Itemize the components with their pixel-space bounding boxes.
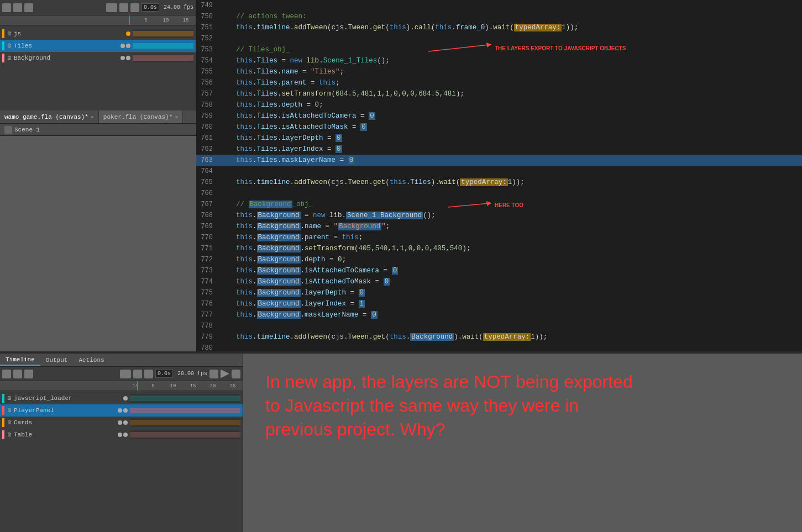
- timeline-toolbar-top: 0.0s 24.00 fps: [0, 0, 196, 15]
- layer-background[interactable]: 🗎 Background: [0, 52, 196, 64]
- layer-bg-label: Background: [14, 55, 120, 61]
- layer-cards-icon: 🗎: [7, 419, 12, 426]
- play-icon[interactable]: [221, 370, 229, 378]
- layer-bg-icon: 🗎: [7, 55, 12, 61]
- arrow-svg-1: [428, 40, 506, 57]
- folder-icon[interactable]: [13, 3, 22, 12]
- tab-bar: wamo_game.fla (Canvas)* ✕ poker.fla (Can…: [0, 110, 196, 124]
- next-frame-icon[interactable]: [232, 370, 240, 378]
- layer-js-loader[interactable]: 🗎 javscript_loader: [0, 392, 243, 404]
- big-text: In new app, the layers are NOT being exp…: [265, 370, 641, 442]
- annotation-wrapper-753: 753 // Tiles_obj_ THE LAYERS EXPORT TO J…: [196, 44, 802, 55]
- code-line-771: 771 this.Background.setTransform(405,540…: [196, 243, 802, 254]
- new-icon[interactable]: [2, 3, 11, 12]
- code-line-755: 755 this.Tiles.name = "Tiles";: [196, 66, 802, 77]
- time-display: 0.0s: [141, 3, 159, 12]
- annotation-layers-export: THE LAYERS EXPORT TO JAVASCRIPT OBJECTS: [495, 43, 626, 54]
- layer-table-dots: [118, 433, 128, 437]
- tab-output[interactable]: Output: [40, 355, 74, 365]
- timeline-panel-bottom: Timeline Output Actions 0.0s 20.00 fps: [0, 354, 243, 532]
- graph-icon-b[interactable]: [144, 370, 153, 378]
- ruler-mark-15: 15: [176, 18, 196, 23]
- layer-tiles-label: Tiles: [14, 43, 120, 49]
- layer-js[interactable]: 🗎 js: [0, 28, 196, 40]
- frame-icon-b[interactable]: [133, 370, 142, 378]
- tab-wamo[interactable]: wamo_game.fla (Canvas)* ✕: [0, 110, 99, 123]
- breadcrumb-bar: Scene 1: [0, 124, 196, 136]
- code-line-756: 756 this.Tiles.parent = this;: [196, 77, 802, 88]
- layer-player-panel[interactable]: 🗎 PlayerPanel: [0, 404, 243, 417]
- breadcrumb-scene: Scene 1: [14, 127, 40, 133]
- code-line-760: 760 this.Tiles.isAttachedToMask = 0: [196, 122, 802, 133]
- scene-icon: [4, 126, 12, 134]
- layer-js-dots: [126, 31, 130, 36]
- code-line-770: 770 this.Background.parent = this;: [196, 232, 802, 243]
- layer-tiles-icon: 🗎: [7, 43, 12, 49]
- video-icon[interactable]: [106, 3, 117, 12]
- tab-actions[interactable]: Actions: [73, 355, 109, 365]
- timeline-layers-top: 🗎 js 🗎 Tiles: [0, 25, 196, 66]
- layer-table[interactable]: 🗎 Table: [0, 429, 243, 441]
- code-line-751: 751 this.timeline.addTween(cjs.Tween.get…: [196, 22, 802, 33]
- timeline-layers-bottom: 🗎 javscript_loader 🗎 PlayerPanel: [0, 391, 243, 442]
- layer-js-loader-icon: 🗎: [7, 395, 12, 402]
- code-line-749: 749: [196, 0, 802, 11]
- code-line-772: 772 this.Background.depth = 0;: [196, 254, 802, 265]
- code-line-776: 776 this.Background.layerIndex = 1: [196, 298, 802, 309]
- code-line-762: 762 this.Tiles.layerIndex = 0: [196, 144, 802, 155]
- tab-poker[interactable]: poker.fla (Canvas)* ✕: [99, 110, 183, 123]
- code-panel[interactable]: 749 750 // actions tween: 751 this.timel…: [196, 0, 802, 354]
- code-line-757: 757 this.Tiles.setTransform(684.5,481,1,…: [196, 88, 802, 99]
- layer-player-label: PlayerPanel: [14, 407, 118, 414]
- code-line-765: 765 this.timeline.addTween(cjs.Tween.get…: [196, 177, 802, 188]
- layer-cards[interactable]: 🗎 Cards: [0, 417, 243, 429]
- code-line-777: 777 this.Background.maskLayerName = 0: [196, 309, 802, 320]
- time-display-b: 0.0s: [155, 370, 173, 378]
- arrow-svg-2: [448, 199, 503, 213]
- layer-player-dots: [118, 408, 128, 413]
- tab-poker-close[interactable]: ✕: [175, 114, 178, 120]
- delete-icon[interactable]: [24, 3, 33, 12]
- folder-layer-icon[interactable]: [13, 370, 22, 378]
- top-section: 0.0s 24.00 fps 5 10 15 🗎 js: [0, 0, 802, 354]
- code-line-754: 754 this.Tiles = new lib.Scene_1_Tiles()…: [196, 55, 802, 66]
- new-layer-icon[interactable]: [2, 370, 11, 378]
- frame-icon[interactable]: [119, 3, 128, 12]
- tab-wamo-label: wamo_game.fla (Canvas)*: [4, 114, 88, 120]
- code-line-759: 759 this.Tiles.isAttachedToCamera = 0: [196, 110, 802, 122]
- code-line-774: 774 this.Background.isAttachedToMask = 0: [196, 276, 802, 287]
- layer-js-icon: 🗎: [7, 30, 12, 37]
- code-line-775: 775 this.Background.layerDepth = 0: [196, 287, 802, 298]
- timeline-ruler-top: 5 10 15: [0, 15, 196, 25]
- layer-table-icon: 🗎: [7, 431, 12, 438]
- delete-layer-icon[interactable]: [24, 370, 33, 378]
- code-line-769: 769 this.Background.name = "Background";: [196, 221, 802, 232]
- timeline-ruler-bottom: 1s 5 10 15 20 25: [0, 381, 243, 391]
- layer-bg-dots: [120, 56, 130, 60]
- timeline-toolbar-bottom: 0.0s 20.00 fps: [0, 367, 243, 381]
- layer-player-icon: 🗎: [7, 407, 12, 414]
- layer-table-label: Table: [14, 431, 118, 438]
- code-line-758: 758 this.Tiles.depth = 0;: [196, 99, 802, 110]
- layer-js-label: js: [14, 30, 126, 37]
- graph-icon[interactable]: [130, 3, 139, 12]
- tab-wamo-close[interactable]: ✕: [91, 114, 94, 120]
- ruler-mark-5: 5: [136, 18, 156, 23]
- right-text-panel: In new app, the layers are NOT being exp…: [243, 354, 802, 532]
- timeline-panel-top: 0.0s 24.00 fps 5 10 15 🗎 js: [0, 0, 196, 110]
- layer-js-loader-label: javscript_loader: [14, 395, 123, 402]
- tab-timeline[interactable]: Timeline: [0, 355, 40, 366]
- layer-cards-dots: [118, 420, 128, 425]
- annotation-layers-export-text: THE LAYERS EXPORT TO JAVASCRIPT OBJECTS: [495, 45, 626, 51]
- fps-display-b: 20.00 fps: [177, 371, 207, 377]
- video-icon-b[interactable]: [120, 370, 131, 378]
- fps-display: 24.00 fps: [164, 4, 193, 10]
- tab-poker-label: poker.fla (Canvas)*: [103, 114, 172, 120]
- code-line-761: 761 this.Tiles.layerDepth = 0: [196, 133, 802, 144]
- code-content: 749 750 // actions tween: 751 this.timel…: [196, 0, 802, 354]
- prev-frame-icon[interactable]: [209, 370, 218, 378]
- code-line-779: 779 this.timeline.addTween(cjs.Tween.get…: [196, 331, 802, 343]
- svg-line-0: [428, 45, 489, 51]
- annotation-here-too: HERE TOO: [495, 200, 523, 211]
- layer-tiles[interactable]: 🗎 Tiles: [0, 40, 196, 52]
